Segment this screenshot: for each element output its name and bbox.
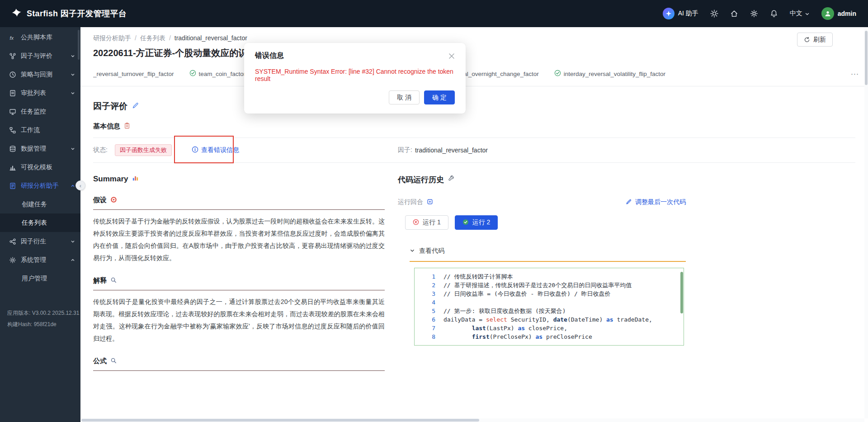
code-text: // 日间收益率 = (今日收盘价 - 昨日收盘价) / 昨日收盘价: [443, 289, 611, 298]
factor-value: traditional_reversal_factor: [415, 147, 488, 154]
close-icon[interactable]: [448, 53, 455, 59]
run-history-title: 代码运行历史: [398, 175, 444, 185]
line-number: 8: [415, 332, 443, 341]
basic-info-title: 基本信息: [93, 122, 120, 131]
theme-toggle-icon[interactable]: [710, 9, 718, 18]
notifications-bell-icon[interactable]: [770, 9, 778, 18]
flow-icon: [9, 127, 16, 134]
sidebar-item-public-scripts[interactable]: fx公共脚本库: [0, 28, 80, 47]
sidebar-item-visual-template[interactable]: 可视化模板: [0, 158, 80, 176]
chevron-down-icon: [71, 72, 75, 77]
summary-section: 假设传统反转因子基于行为金融学的反转效应假设，认为股票过去一段时间的超额收益会在…: [93, 196, 385, 264]
adjust-last-code-link[interactable]: 调整最后一次代码: [626, 198, 686, 206]
code-line: 3// 日间收益率 = (今日收盘价 - 昨日收盘价) / 昨日收盘价: [415, 289, 684, 298]
summary-heading-text: 解释: [93, 276, 107, 285]
factor-tab[interactable]: _reversal_turnover_flip_factor: [93, 71, 174, 77]
sidebar-item-strategy-backtest[interactable]: 策略与回测: [0, 65, 80, 84]
page-vertical-scrollbar[interactable]: [864, 27, 868, 418]
page-title: 20220611-方正证券-个股动量效应的识别: [93, 47, 256, 59]
summary-section: 解释传统反转因子是量化投资中最经典的因子之一，通过计算股票过去20个交易日的平均…: [93, 276, 385, 345]
app-logo-icon: [10, 8, 22, 20]
code-line: 5// 第一步: 获取日度收盘价数据 (按天聚合): [415, 307, 684, 315]
run-button[interactable]: 运行 1: [405, 215, 448, 230]
factor-tab[interactable]: interday_reversal_volatility_flip_factor: [554, 70, 665, 78]
evaluation-section-title: 因子评价: [93, 100, 127, 112]
code-line: 1// 传统反转因子计算脚本: [415, 272, 684, 281]
confirm-button[interactable]: 确 定: [424, 90, 455, 104]
factor-label: 因子:: [398, 146, 412, 154]
run-round-label: 运行回合: [398, 198, 423, 206]
summary-heading-text: 公式: [93, 357, 107, 365]
sidebar-subitem-label: 创建任务: [22, 200, 47, 209]
section-underline: [93, 290, 385, 290]
summary-section-heading: 公式: [93, 357, 385, 365]
run-buttons: 运行 1运行 2: [405, 215, 686, 230]
sidebar-item-label: 因子衍生: [21, 237, 66, 246]
edit-pencil-icon[interactable]: [132, 101, 139, 111]
run-failed-icon: [413, 219, 419, 227]
sidebar-item-report-assistant[interactable]: 研报分析助手: [0, 176, 80, 195]
sidebar-item-factor-derive[interactable]: 因子衍生: [0, 232, 80, 251]
cancel-button[interactable]: 取 消: [389, 90, 420, 104]
sidebar-item-label: 因子与评价: [21, 52, 66, 60]
code-text: // 传统反转因子计算脚本: [443, 272, 513, 281]
dialog-title: 错误信息: [255, 51, 284, 61]
line-number: 4: [415, 298, 443, 307]
section-underline: [93, 370, 385, 371]
chevron-up-icon: [71, 258, 75, 262]
sidebar-item-data-management[interactable]: 数据管理: [0, 139, 80, 158]
code-scrollbar[interactable]: [680, 272, 683, 313]
run-button-label: 运行 2: [472, 218, 491, 227]
line-number: 1: [415, 272, 443, 281]
sidebar-collapse-button[interactable]: ‹: [75, 180, 85, 190]
chevron-down-icon: [71, 239, 75, 244]
code-line: 7 last(LastPx) as closePrice,: [415, 324, 684, 332]
code-text: // 基于研报描述，传统反转因子是过去20个交易日的日间收益率平均值: [443, 281, 632, 289]
sidebar-item-factor-evaluation[interactable]: 因子与评价: [0, 47, 80, 65]
sidebar-item-system-management[interactable]: 系统管理: [0, 251, 80, 269]
sidebar-subitem-user-management[interactable]: 用户管理: [0, 269, 80, 288]
sidebar-subitem-task-list[interactable]: 任务列表: [0, 213, 80, 232]
factor-tab-label: team_coin_factor: [199, 71, 246, 77]
refresh-button[interactable]: 刷新: [797, 33, 833, 47]
page-horizontal-scrollbar[interactable]: [80, 418, 864, 422]
view-code-toggle[interactable]: 查看代码: [410, 247, 686, 262]
tabs-overflow-button[interactable]: ···: [851, 70, 859, 77]
view-error-link[interactable]: 查看错误信息: [192, 146, 239, 154]
code-line: 8 first(PreClosePx) as preClosePrice: [415, 332, 684, 341]
ai-assistant-button[interactable]: AI 助手: [663, 8, 698, 19]
language-selector[interactable]: 中文: [790, 9, 810, 18]
sidebar-subitem-label: 任务列表: [22, 219, 47, 227]
doc-icon: [9, 90, 16, 97]
user-menu[interactable]: admin: [821, 7, 856, 20]
breadcrumb-item[interactable]: 任务列表: [140, 34, 165, 43]
error-message: SYSTEM_Runtime Syntax Error: [line #32] …: [255, 68, 455, 82]
sidebar-item-workflow[interactable]: 工作流: [0, 121, 80, 139]
sidebar-item-task-monitor[interactable]: 任务监控: [0, 102, 80, 121]
run-history-panel: 代码运行历史 运行回合 调整最后一次代码 运行 1运行 2 查看代码 1// 传…: [398, 175, 686, 346]
breadcrumb-item[interactable]: 研报分析助手: [93, 34, 131, 43]
divider: [80, 86, 868, 86]
home-icon[interactable]: [730, 9, 738, 18]
sidebar-item-label: 工作流: [21, 126, 75, 134]
code-panel: 查看代码 1// 传统反转因子计算脚本2// 基于研报描述，传统反转因子是过去2…: [410, 247, 686, 346]
run-button[interactable]: 运行 2: [455, 215, 498, 230]
run-success-icon: [462, 219, 469, 227]
line-number: 3: [415, 289, 443, 298]
summary-heading-text: 假设: [93, 196, 107, 204]
sidebar-item-approval-list[interactable]: 审批列表: [0, 84, 80, 102]
sidebar-item-label: 研报分析助手: [21, 182, 66, 190]
fx-icon: fx: [9, 34, 16, 41]
avatar: [821, 7, 834, 20]
chevron-down-icon: [71, 91, 75, 95]
ai-sparkle-icon: [663, 8, 675, 19]
sidebar-scrollbar[interactable]: [78, 30, 80, 60]
app-version: 应用版本: V3.00.2 2025.12.31: [7, 308, 80, 319]
factor-tab[interactable]: team_coin_factor: [189, 70, 246, 78]
line-number: 5: [415, 307, 443, 315]
settings-icon[interactable]: [750, 9, 758, 18]
wrench-icon: [448, 175, 455, 185]
section-underline: [93, 209, 385, 210]
sidebar-subitem-create-task[interactable]: 创建任务: [0, 195, 80, 213]
chevron-down-icon: [71, 54, 75, 58]
